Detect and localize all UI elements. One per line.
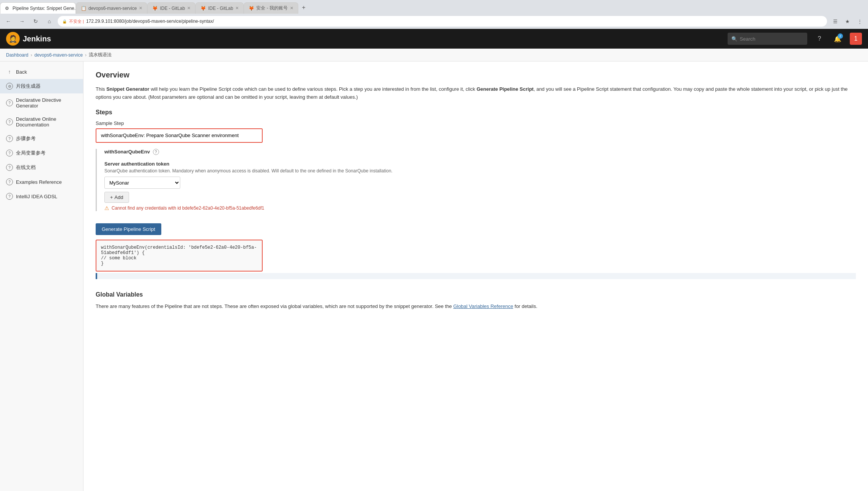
sidebar-label-global-vars: 全局变量参考 (16, 150, 46, 156)
overview-title: Overview (96, 71, 856, 79)
global-vars-reference-link[interactable]: Global Variables Reference (453, 303, 513, 309)
tab-favicon-1: 📋 (81, 6, 86, 11)
snippet-generator-bold: Snippet Generator (106, 86, 149, 92)
address-input[interactable]: 🔒 不安全 | 172.29.9.101:8080/job/devops6-ma… (58, 16, 827, 27)
add-credential-button[interactable]: + Add (104, 192, 129, 203)
warning-message: ⚠ Cannot find any credentials with id bd… (104, 205, 856, 211)
tab-2[interactable]: 🦊 IDE - GitLab ✕ (147, 2, 195, 14)
sidebar-item-snippet-generator[interactable]: ⚙ 片段生成器 (0, 79, 83, 93)
tab-1[interactable]: 📋 devops6-maven-service ✕ (76, 2, 147, 14)
tab-close-1[interactable]: ✕ (139, 6, 142, 11)
code-line-2: // some block (101, 256, 257, 261)
address-prefix: 不安全 | (69, 19, 84, 24)
sidebar-item-online-doc[interactable]: ? 在线文档 (0, 160, 83, 175)
add-label: Add (115, 194, 123, 200)
breadcrumb-current: 流水线语法 (89, 52, 112, 58)
global-vars-desc-pre: There are many features of the Pipeline … (96, 303, 453, 309)
sidebar-label-steps: 步骤参考 (16, 135, 36, 142)
tab-label-1: devops6-maven-service (88, 6, 137, 11)
new-tab-button[interactable]: + (298, 2, 309, 13)
content-area: Overview This Snippet Generator will hel… (83, 62, 868, 491)
home-button[interactable]: ⌂ (44, 16, 55, 27)
sidebar-item-online-docs[interactable]: ? Declarative Online Documentation (0, 112, 83, 131)
browser-actions: ☰ ★ ⋮ (830, 16, 865, 27)
steps-icon: ? (6, 135, 13, 142)
tab-label-4: 安全 - 我的账号 (256, 5, 288, 11)
reload-button[interactable]: ↻ (30, 16, 41, 27)
sidebar-item-global-vars[interactable]: ? 全局变量参考 (0, 146, 83, 160)
tab-4[interactable]: 🦊 安全 - 我的账号 ✕ (244, 2, 298, 14)
sidebar-item-directive-generator[interactable]: ? Declarative Directive Generator (0, 93, 83, 112)
snippet-icon: ⚙ (6, 83, 13, 90)
sample-step-select-wrapper: withSonarQubeEnv: Prepare SonarQube Scan… (96, 128, 856, 143)
server-auth-desc: SonarQube authentication token. Mandator… (104, 168, 856, 174)
server-auth-label: Server authentication token (104, 161, 856, 167)
tab-bar: ⚙ Pipeline Syntax: Snippet Gene... ✕ 📋 d… (0, 0, 868, 14)
config-panel: withSonarQubeEnv ? Server authentication… (96, 149, 856, 212)
back-button[interactable]: ← (3, 16, 14, 27)
sidebar-item-examples[interactable]: ? Examples Reference (0, 175, 83, 189)
back-arrow-icon: ↑ (6, 68, 13, 75)
sample-step-select[interactable]: withSonarQubeEnv: Prepare SonarQube Scan… (96, 128, 263, 143)
search-input[interactable] (740, 36, 803, 42)
search-icon: 🔍 (731, 36, 737, 42)
tab-favicon-3: 🦊 (200, 6, 206, 11)
server-auth-row: Server authentication token SonarQube au… (104, 161, 856, 211)
breadcrumb-dashboard[interactable]: Dashboard (6, 52, 28, 58)
sidebar-item-steps-ref[interactable]: ? 步骤参考 (0, 131, 83, 146)
sidebar-label-intellij: IntelliJ IDEA GDSL (16, 194, 57, 199)
sidebar-label-directive: Declarative Directive Generator (16, 97, 77, 109)
global-vars-desc-post: for details. (513, 303, 537, 309)
generate-script-bold: Generate Pipeline Script (477, 86, 534, 92)
config-name: withSonarQubeEnv (104, 149, 150, 155)
token-select-row: MySonar (104, 177, 856, 189)
tab-label-2: IDE - GitLab (160, 6, 185, 11)
examples-icon: ? (6, 178, 13, 185)
browser-chrome: ⚙ Pipeline Syntax: Snippet Gene... ✕ 📋 d… (0, 0, 868, 29)
generate-pipeline-script-button[interactable]: Generate Pipeline Script (96, 223, 161, 235)
tab-favicon-2: 🦊 (152, 6, 158, 11)
online-docs-icon: ? (6, 118, 13, 125)
sidebar-item-intellij[interactable]: ? IntelliJ IDEA GDSL (0, 189, 83, 204)
token-select[interactable]: MySonar (104, 177, 180, 189)
tab-label-0: Pipeline Syntax: Snippet Gene... (13, 6, 76, 11)
star-button[interactable]: ★ (842, 16, 853, 27)
tab-favicon-4: 🦊 (249, 6, 254, 11)
menu-button[interactable]: ⋮ (854, 16, 865, 27)
jenkins-header: 🤵 Jenkins 🔍 ? 🔔 2 1 (0, 29, 868, 49)
search-box[interactable]: 🔍 (728, 33, 807, 45)
main-layout: ↑ Back ⚙ 片段生成器 ? Declarative Directive G… (0, 62, 868, 491)
steps-title: Steps (96, 109, 856, 116)
sample-step-label: Sample Step (96, 120, 856, 126)
extensions-button[interactable]: ☰ (830, 16, 841, 27)
directive-icon: ? (6, 99, 13, 106)
config-help-button[interactable]: ? (153, 149, 159, 155)
help-button[interactable]: ? (813, 33, 825, 45)
global-vars-description: There are many features of the Pipeline … (96, 303, 856, 311)
tab-3[interactable]: 🦊 IDE - GitLab ✕ (195, 2, 244, 14)
breadcrumb-sep-2: › (85, 52, 87, 58)
sidebar-label-online-doc: 在线文档 (16, 164, 36, 171)
config-header-row: withSonarQubeEnv ? (104, 149, 856, 155)
code-line-3: } (101, 261, 257, 266)
warning-icon: ⚠ (104, 205, 109, 211)
forward-button[interactable]: → (17, 16, 27, 27)
breadcrumb-sep-1: › (31, 52, 32, 58)
global-vars-icon: ? (6, 150, 13, 156)
breadcrumb-service[interactable]: devops6-maven-service (35, 52, 83, 58)
tab-close-3[interactable]: ✕ (235, 6, 239, 11)
sidebar-item-back[interactable]: ↑ Back (0, 65, 83, 79)
notification-badge: 2 (838, 33, 843, 39)
breadcrumb: Dashboard › devops6-maven-service › 流水线语… (0, 49, 868, 62)
tab-0[interactable]: ⚙ Pipeline Syntax: Snippet Gene... ✕ (0, 2, 76, 14)
sidebar: ↑ Back ⚙ 片段生成器 ? Declarative Directive G… (0, 62, 83, 491)
sidebar-label-online-docs: Declarative Online Documentation (16, 116, 77, 128)
tab-close-4[interactable]: ✕ (290, 6, 293, 11)
alerts-button[interactable]: 1 (850, 33, 862, 45)
global-vars-title: Global Variables (96, 291, 856, 298)
notifications-button[interactable]: 🔔 2 (832, 33, 844, 45)
tab-close-2[interactable]: ✕ (187, 6, 191, 11)
sidebar-label-snippet: 片段生成器 (16, 83, 41, 90)
overview-description: This Snippet Generator will help you lea… (96, 85, 856, 101)
lock-icon: 🔒 (62, 19, 67, 24)
